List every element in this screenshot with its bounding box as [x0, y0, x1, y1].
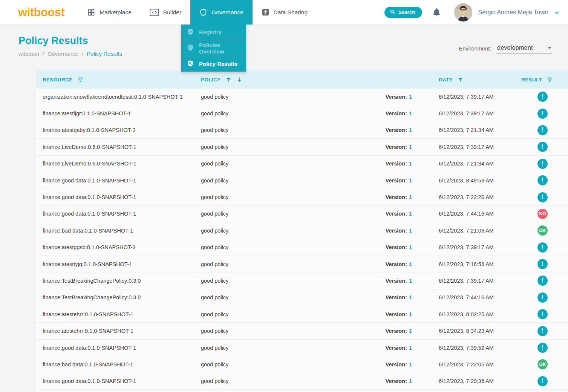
nav-item-governance[interactable]: Governance	[190, 0, 252, 24]
filter-active-icon[interactable]	[225, 77, 232, 83]
nav-item-builder[interactable]: Builder	[141, 0, 190, 24]
cell-date: 6/12/2023, 7:39:17 AM	[412, 94, 521, 100]
topbar-spacer	[317, 0, 384, 24]
table-row[interactable]: finance:TestBreakingChangePolicy:0.3.0go…	[36, 289, 568, 306]
table-row[interactable]: finance:TestBreakingChangePolicy:0.3.0go…	[36, 273, 568, 289]
cell-resource: organization:snowflakeendtoendtesst:0.1.…	[43, 94, 201, 100]
table-row[interactable]: organization:snowflakeendtoendtesst:0.1.…	[36, 89, 568, 105]
filter-icon[interactable]	[547, 77, 553, 83]
cell-result: OK	[521, 225, 564, 236]
version-label: Version:	[386, 110, 407, 116]
table-row[interactable]: finance:good data:0.1.0-SNAPSHOT-1good p…	[36, 340, 568, 356]
menu-item-policies-overview[interactable]: Policies Overview	[181, 40, 246, 56]
shield-icon	[199, 8, 207, 17]
menu-item-registry[interactable]: Registry	[181, 24, 246, 40]
cell-date: 6/12/2023, 7:39:17 AM	[412, 110, 521, 116]
notifications-bell-icon[interactable]	[432, 7, 441, 17]
result-warning-badge[interactable]: !	[537, 376, 548, 386]
result-warning-badge[interactable]: !	[537, 109, 548, 119]
breadcrumb-governance[interactable]: Governance	[47, 51, 78, 57]
table-row[interactable]: finance:LiveDemo:0.6.0-SNAPSHOT-1good po…	[36, 156, 568, 172]
cell-resource: finance:atestehrr:0.1.0-SNAPSHOT-1	[43, 328, 201, 334]
result-ko-badge[interactable]: KO	[537, 209, 548, 219]
table-row[interactable]: finance:atestggsb:0.1.0-SNAPSHOT-3good p…	[36, 239, 568, 256]
cell-policy: good policy	[201, 144, 367, 150]
table-row[interactable]: finance:good data:0.1.0-SNAPSHOT-1good p…	[36, 189, 568, 205]
table-row[interactable]: finance:atestljgr:0.1.0-SNAPSHOT-1good p…	[36, 105, 568, 122]
table-row[interactable]: finance:atestehrr:0.1.0-SNAPSHOT-1good p…	[36, 323, 568, 339]
result-warning-badge[interactable]: !	[537, 159, 548, 169]
cell-date: 6/12/2023, 7:39:17 AM	[412, 244, 521, 250]
table-row[interactable]: finance:good data:0.1.0-SNAPSHOT-1good p…	[36, 206, 568, 222]
table-row[interactable]: finance:good data:0.1.0-SNAPSHOT-1good p…	[36, 172, 568, 189]
table-row[interactable]: finance:bad data:0.1.0-SNAPSHOT-1good po…	[36, 222, 568, 239]
version-value: 1	[409, 194, 412, 200]
version-label: Version:	[386, 228, 407, 234]
result-warning-badge[interactable]: !	[537, 343, 548, 353]
column-header-result: RESULT	[521, 77, 564, 83]
cell-date: 6/12/2023, 7:39:17 AM	[412, 144, 521, 150]
cell-date: 6/12/2023, 7:21:34 AM	[412, 161, 521, 167]
avatar[interactable]	[454, 3, 472, 21]
nav-item-data-sharing[interactable]: Data Sharing	[253, 0, 317, 24]
cell-policy: good policy	[201, 161, 367, 167]
cell-version: Version:1	[367, 345, 412, 351]
table-row[interactable]: finance:atesttyjq:0.1.0-SNAPSHOT-1good p…	[36, 256, 568, 273]
cell-policy: good policy	[201, 261, 367, 267]
result-warning-badge[interactable]: !	[537, 259, 548, 269]
result-ok-badge[interactable]: OK	[537, 359, 548, 369]
cell-result: !	[521, 343, 564, 353]
cell-date: 6/12/2023, 7:39:52 AM	[412, 345, 521, 351]
user-name[interactable]: Sergio Andres Mejia Tovar	[478, 9, 548, 16]
grid-icon	[87, 8, 95, 17]
cell-policy: good policy	[201, 110, 367, 116]
filter-icon[interactable]	[77, 77, 84, 83]
version-label: Version:	[386, 211, 407, 217]
environment-select[interactable]: development	[496, 43, 552, 54]
nav-item-marketplace[interactable]: Marketplace	[78, 0, 140, 24]
cell-result: !	[521, 326, 564, 336]
breadcrumb-policy-results[interactable]: Policy Results	[87, 51, 122, 57]
result-warning-badge[interactable]: !	[537, 242, 548, 253]
cell-resource: finance:good data:0.1.0-SNAPSHOT-1	[43, 194, 201, 200]
cell-version: Version:1	[367, 211, 412, 217]
version-label: Version:	[386, 378, 407, 384]
result-warning-badge[interactable]: !	[537, 175, 548, 185]
version-label: Version:	[386, 161, 407, 167]
sort-descending-icon[interactable]	[236, 77, 243, 83]
column-header-resource: RESOURCE	[43, 77, 201, 83]
cell-date: 6/12/2023, 7:39:17 AM	[412, 278, 521, 284]
cell-date: 6/12/2023, 7:21:06 AM	[412, 228, 521, 234]
governance-dropdown-menu: Registry Policies Overview Policy Result…	[181, 24, 246, 72]
result-warning-badge[interactable]: !	[537, 92, 548, 102]
cell-resource: finance:TestBreakingChangePolicy:0.3.0	[43, 294, 201, 300]
cell-version: Version:1	[367, 127, 412, 133]
cell-policy: good policy	[201, 328, 367, 334]
result-warning-badge[interactable]: !	[537, 326, 548, 336]
result-warning-badge[interactable]: !	[537, 309, 548, 319]
cell-policy: good policy	[201, 378, 367, 384]
cell-date: 6/12/2023, 7:22:20 AM	[412, 194, 521, 200]
table-row[interactable]: finance:bad data:0.1.0-SNAPSHOT-1good po…	[36, 356, 568, 373]
result-warning-badge[interactable]: !	[537, 142, 548, 152]
cell-result: !	[521, 376, 564, 386]
menu-item-policy-results[interactable]: Policy Results	[181, 56, 246, 72]
cell-resource: finance:atestljgr:0.1.0-SNAPSHOT-1	[43, 110, 201, 116]
cell-version: Version:1	[367, 94, 412, 100]
witboost-logo[interactable]: witboost	[0, 0, 78, 24]
result-warning-badge[interactable]: !	[537, 192, 548, 202]
table-row[interactable]: finance:atestqaby:0.1.0-SNAPSHOT-3good p…	[36, 122, 568, 139]
result-warning-badge[interactable]: !	[537, 276, 548, 286]
result-warning-badge[interactable]: !	[537, 292, 548, 303]
chevron-down-icon[interactable]	[554, 9, 560, 15]
table-row[interactable]: finance:good data:0.1.0-SNAPSHOT-1good p…	[36, 373, 568, 390]
table-row[interactable]: finance:atestehrr:0.1.0-SNAPSHOT-1good p…	[36, 306, 568, 323]
breadcrumb-witboost[interactable]: witboost	[18, 51, 39, 57]
search-button[interactable]: Search	[384, 7, 422, 18]
column-header-date: DATE	[412, 77, 521, 83]
result-ok-badge[interactable]: OK	[537, 225, 548, 236]
filter-active-icon[interactable]	[457, 77, 464, 83]
cell-policy: good policy	[201, 311, 367, 317]
table-row[interactable]: finance:LiveDemo:0.6.0-SNAPSHOT-1good po…	[36, 139, 568, 155]
result-warning-badge[interactable]: !	[537, 125, 548, 135]
